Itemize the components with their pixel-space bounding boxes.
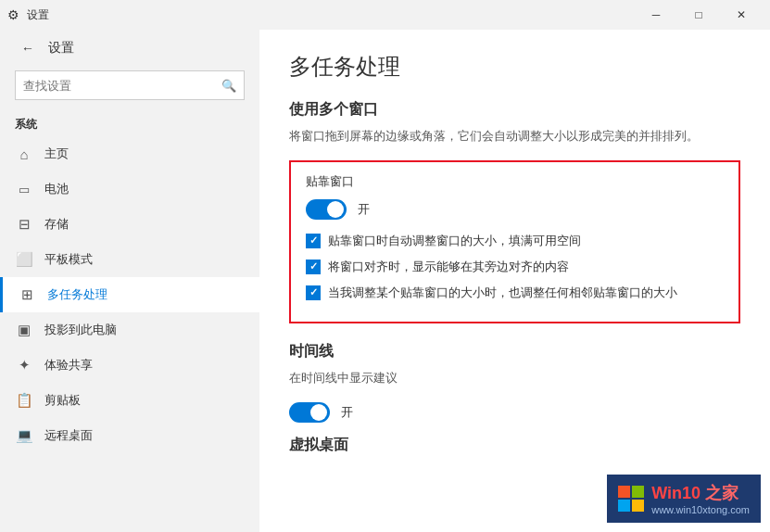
sidebar-item-label: 平板模式 [44,251,93,268]
snap-checkbox-2-label: 将窗口对齐时，显示能够在其旁边对齐的内容 [328,259,569,275]
snap-checkbox-1-row: ✓ 贴靠窗口时自动调整窗口的大小，填满可用空间 [306,233,724,249]
page-title: 多任务处理 [289,52,740,82]
back-button[interactable]: ← [15,35,41,61]
snap-settings-box: 贴靠窗口 开 ✓ 贴靠窗口时自动调整窗口的大小，填满可用空间 ✓ 将窗口对齐时，… [289,160,740,324]
timeline-title: 时间线 [289,342,740,361]
watermark-url: www.win10xtong.com [651,504,750,515]
sidebar-item-battery[interactable]: ▭ 电池 [0,171,259,207]
maximize-button[interactable]: □ [677,0,720,30]
timeline-sub-label: 在时间线中显示建议 [289,369,740,387]
windows-section-title: 使用多个窗口 [289,100,740,120]
settings-icon: ⚙ [7,7,19,22]
sidebar-item-label: 多任务处理 [47,286,107,303]
timeline-toggle-row: 开 [289,402,740,423]
timeline-section: 时间线 在时间线中显示建议 开 [289,342,740,423]
toggle-knob [327,201,344,218]
snap-box-title: 贴靠窗口 [306,173,724,190]
checkmark-icon: ✓ [309,234,318,247]
clipboard-icon: 📋 [15,392,33,409]
titlebar-title: 设置 [27,7,49,23]
sidebar: ← 设置 🔍 系统 ⌂ 主页 ▭ 电池 ⊟ 存储 ⬜ 平板模式 ⊞ 多任务处理 [0,30,259,532]
sidebar-item-multitasking[interactable]: ⊞ 多任务处理 [0,277,259,312]
virtual-desktop-section: 虚拟桌面 [289,436,740,455]
windows-logo-icon [618,486,644,512]
snap-toggle-row: 开 [306,199,724,220]
minimize-button[interactable]: ─ [635,0,677,30]
storage-icon: ⊟ [15,216,33,233]
watermark: Win10 之家 www.win10xtong.com [607,475,761,523]
sidebar-item-home[interactable]: ⌂ 主页 [0,136,259,171]
sidebar-item-project[interactable]: ▣ 投影到此电脑 [0,312,259,348]
tablet-icon: ⬜ [15,251,33,268]
checkmark-icon: ✓ [309,286,318,298]
search-icon: 🔍 [221,79,236,93]
snap-checkbox-1-label: 贴靠窗口时自动调整窗口的大小，填满可用空间 [328,233,581,249]
battery-icon: ▭ [15,183,33,196]
watermark-win10: Win10 [651,484,705,502]
app-body: ← 设置 🔍 系统 ⌂ 主页 ▭ 电池 ⊟ 存储 ⬜ 平板模式 ⊞ 多任务处理 [0,30,770,532]
sidebar-title: 设置 [48,40,74,57]
titlebar-controls: ─ □ ✕ [635,0,763,30]
sidebar-item-label: 存储 [44,216,69,233]
snap-checkbox-3-row: ✓ 当我调整某个贴靠窗口的大小时，也调整任何相邻贴靠窗口的大小 [306,285,724,301]
sidebar-item-label: 体验共享 [44,357,93,374]
toggle-knob [310,404,327,421]
timeline-toggle-label: 开 [341,404,353,421]
snap-toggle-label: 开 [358,201,370,218]
watermark-brand: Win10 之家 [651,482,750,504]
timeline-toggle[interactable] [289,402,330,423]
home-icon: ⌂ [15,146,33,162]
sidebar-item-remote[interactable]: 💻 远程桌面 [0,418,259,453]
sidebar-item-share[interactable]: ✦ 体验共享 [0,348,259,383]
sidebar-nav-top: ← 设置 [0,30,259,67]
snap-toggle[interactable] [306,199,347,220]
main-content: 多任务处理 使用多个窗口 将窗口拖到屏幕的边缘或角落，它们会自动调整大小以形成完… [259,30,770,532]
system-section-label: 系统 [0,111,259,136]
sidebar-item-clipboard[interactable]: 📋 剪贴板 [0,383,259,418]
virtual-desktop-title: 虚拟桌面 [289,436,740,455]
snap-checkbox-2-row: ✓ 将窗口对齐时，显示能够在其旁边对齐的内容 [306,259,724,275]
snap-checkbox-2[interactable]: ✓ [306,260,321,274]
search-box[interactable]: 🔍 [15,70,245,100]
sidebar-item-label: 剪贴板 [44,392,81,409]
sidebar-item-label: 远程桌面 [44,427,93,444]
multitasking-icon: ⊞ [18,286,36,303]
snap-checkbox-3-label: 当我调整某个贴靠窗口的大小时，也调整任何相邻贴靠窗口的大小 [328,285,677,301]
remote-icon: 💻 [15,427,33,444]
sidebar-item-label: 电池 [44,181,69,197]
watermark-text-block: Win10 之家 www.win10xtong.com [651,482,750,515]
close-button[interactable]: ✕ [720,0,763,30]
titlebar: ⚙ 设置 ─ □ ✕ [0,0,770,30]
search-input[interactable] [23,79,221,93]
share-icon: ✦ [15,357,33,374]
sidebar-item-label: 投影到此电脑 [44,322,117,338]
sidebar-item-tablet[interactable]: ⬜ 平板模式 [0,242,259,277]
project-icon: ▣ [15,322,33,338]
watermark-suffix: 之家 [705,484,738,502]
sidebar-item-label: 主页 [44,146,69,162]
checkmark-icon: ✓ [309,260,318,272]
snap-checkbox-1[interactable]: ✓ [306,234,321,248]
windows-section-desc: 将窗口拖到屏幕的边缘或角落，它们会自动调整大小以形成完美的并排排列。 [289,127,740,146]
snap-checkbox-3[interactable]: ✓ [306,285,321,300]
sidebar-item-storage[interactable]: ⊟ 存储 [0,207,259,242]
